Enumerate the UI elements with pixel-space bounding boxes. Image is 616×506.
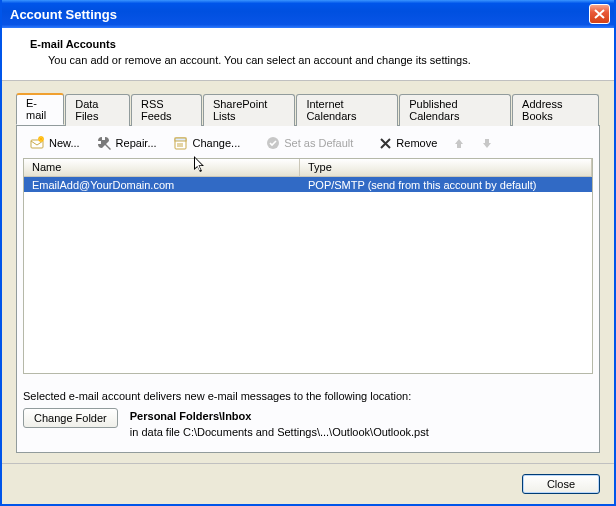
delivery-folder-path: in data file C:\Documents and Settings\.… — [130, 426, 429, 438]
close-button[interactable]: Close — [522, 474, 600, 494]
tab-rss-feeds[interactable]: RSS Feeds — [131, 94, 202, 126]
button-label: Remove — [396, 137, 437, 149]
tab-label: Data Files — [75, 98, 98, 122]
set-default-button: Set as Default — [262, 135, 357, 151]
delivery-folder-name: Personal Folders\Inbox — [130, 410, 429, 422]
tab-email[interactable]: E-mail — [16, 93, 64, 125]
button-label: New... — [49, 137, 80, 149]
body-panel: E-mail Data Files RSS Feeds SharePoint L… — [2, 81, 614, 463]
list-header: Name Type — [24, 159, 592, 177]
tab-label: Published Calendars — [409, 98, 459, 122]
column-header-type[interactable]: Type — [300, 159, 592, 176]
list-row[interactable]: EmailAdd@YourDomain.com POP/SMTP (send f… — [24, 177, 592, 192]
cell-name: EmailAdd@YourDomain.com — [24, 179, 300, 191]
tab-label: SharePoint Lists — [213, 98, 267, 122]
tab-data-files[interactable]: Data Files — [65, 94, 130, 126]
tab-strip: E-mail Data Files RSS Feeds SharePoint L… — [16, 93, 600, 125]
move-down-button — [477, 136, 497, 150]
change-button[interactable]: Change... — [169, 134, 245, 152]
tab-internet-calendars[interactable]: Internet Calendars — [296, 94, 398, 126]
footer: Close — [2, 463, 614, 504]
move-up-button — [449, 136, 469, 150]
window-title: Account Settings — [10, 7, 117, 22]
account-list: Name Type EmailAdd@YourDomain.com POP/SM… — [23, 158, 593, 374]
window-close-button[interactable] — [589, 4, 610, 24]
header-description: You can add or remove an account. You ca… — [48, 54, 594, 66]
tab-published-calendars[interactable]: Published Calendars — [399, 94, 511, 126]
arrow-up-icon — [453, 137, 465, 149]
delivery-text: Selected e-mail account delivers new e-m… — [23, 390, 593, 402]
delivery-row: Change Folder Personal Folders\Inbox in … — [23, 408, 593, 438]
delivery-info: Personal Folders\Inbox in data file C:\D… — [130, 408, 429, 438]
cell-type: POP/SMTP (send from this account by defa… — [300, 179, 592, 191]
repair-icon — [96, 135, 112, 151]
remove-icon — [379, 137, 392, 150]
header-title: E-mail Accounts — [30, 38, 594, 50]
tab-sharepoint-lists[interactable]: SharePoint Lists — [203, 94, 295, 126]
button-label: Close — [547, 478, 575, 490]
titlebar: Account Settings — [2, 0, 614, 28]
button-label: Repair... — [116, 137, 157, 149]
tab-address-books[interactable]: Address Books — [512, 94, 599, 126]
account-settings-window: Account Settings E-mail Accounts You can… — [0, 0, 616, 506]
tab-label: E-mail — [26, 97, 46, 121]
button-label: Change... — [193, 137, 241, 149]
column-header-name[interactable]: Name — [24, 159, 300, 176]
repair-button[interactable]: Repair... — [92, 134, 161, 152]
close-icon — [594, 9, 605, 19]
list-empty-area — [24, 192, 592, 373]
toolbar: New... Repair... Change... — [23, 132, 593, 158]
tab-label: Address Books — [522, 98, 562, 122]
button-label: Set as Default — [284, 137, 353, 149]
tab-label: RSS Feeds — [141, 98, 172, 122]
new-icon — [29, 135, 45, 151]
remove-button[interactable]: Remove — [375, 136, 441, 151]
tab-content: New... Repair... Change... — [16, 125, 600, 453]
change-folder-button[interactable]: Change Folder — [23, 408, 118, 428]
svg-rect-3 — [175, 138, 186, 141]
arrow-down-icon — [481, 137, 493, 149]
change-icon — [173, 135, 189, 151]
new-button[interactable]: New... — [25, 134, 84, 152]
header-panel: E-mail Accounts You can add or remove an… — [2, 28, 614, 81]
check-circle-icon — [266, 136, 280, 150]
button-label: Change Folder — [34, 412, 107, 424]
tab-label: Internet Calendars — [306, 98, 356, 122]
